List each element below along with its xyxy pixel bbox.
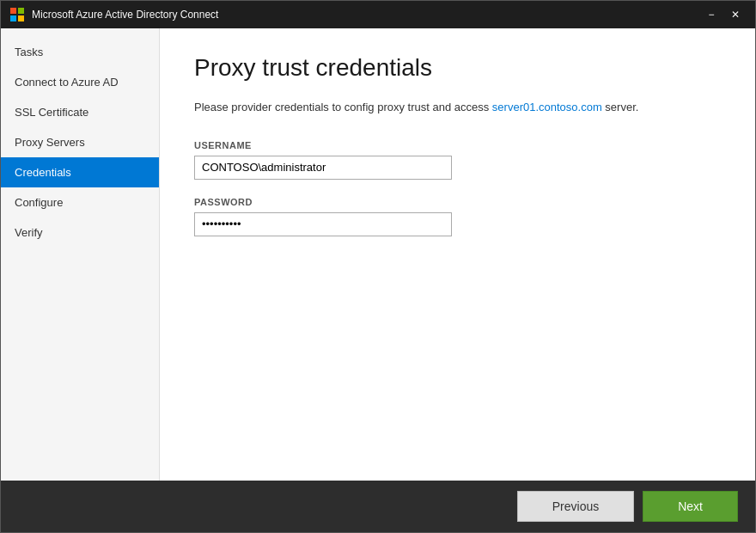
previous-button[interactable]: Previous xyxy=(517,491,634,522)
next-button[interactable]: Next xyxy=(643,491,738,522)
username-label: USERNAME xyxy=(194,140,721,150)
sidebar-item-ssl-certificate[interactable]: SSL Certificate xyxy=(1,97,159,127)
password-group: PASSWORD xyxy=(194,197,721,236)
description-suffix: server. xyxy=(602,101,639,113)
description-link: server01.contoso.com xyxy=(492,101,602,113)
sidebar-item-proxy-servers[interactable]: Proxy Servers xyxy=(1,127,159,157)
main-content: Tasks Connect to Azure AD SSL Certificat… xyxy=(1,28,755,481)
password-label: PASSWORD xyxy=(194,197,721,207)
sidebar-item-configure[interactable]: Configure xyxy=(1,187,159,217)
svg-rect-2 xyxy=(10,15,16,21)
sidebar-item-credentials[interactable]: Credentials xyxy=(1,157,159,187)
window-title: Microsoft Azure Active Directory Connect xyxy=(32,9,700,21)
app-window: Microsoft Azure Active Directory Connect… xyxy=(0,0,756,533)
svg-rect-0 xyxy=(10,8,16,14)
content-area: Proxy trust credentials Please provider … xyxy=(160,28,755,481)
sidebar-item-verify[interactable]: Verify xyxy=(1,217,159,248)
username-input[interactable] xyxy=(194,156,452,180)
description: Please provider credentials to config pr… xyxy=(194,99,721,116)
minimize-button[interactable]: − xyxy=(700,6,722,23)
sidebar-item-tasks[interactable]: Tasks xyxy=(1,37,159,67)
description-prefix: Please provider credentials to config pr… xyxy=(194,101,492,113)
svg-rect-3 xyxy=(18,15,24,21)
footer-bar: Previous Next xyxy=(1,481,755,532)
page-title: Proxy trust credentials xyxy=(194,54,721,82)
svg-rect-1 xyxy=(18,8,24,14)
app-icon xyxy=(9,7,25,22)
username-group: USERNAME xyxy=(194,140,721,180)
password-input[interactable] xyxy=(194,212,452,236)
sidebar-item-connect-azure-ad[interactable]: Connect to Azure AD xyxy=(1,67,159,97)
close-button[interactable]: ✕ xyxy=(724,6,747,23)
sidebar: Tasks Connect to Azure AD SSL Certificat… xyxy=(1,28,160,481)
window-controls: − ✕ xyxy=(700,6,747,23)
title-bar: Microsoft Azure Active Directory Connect… xyxy=(1,1,755,28)
